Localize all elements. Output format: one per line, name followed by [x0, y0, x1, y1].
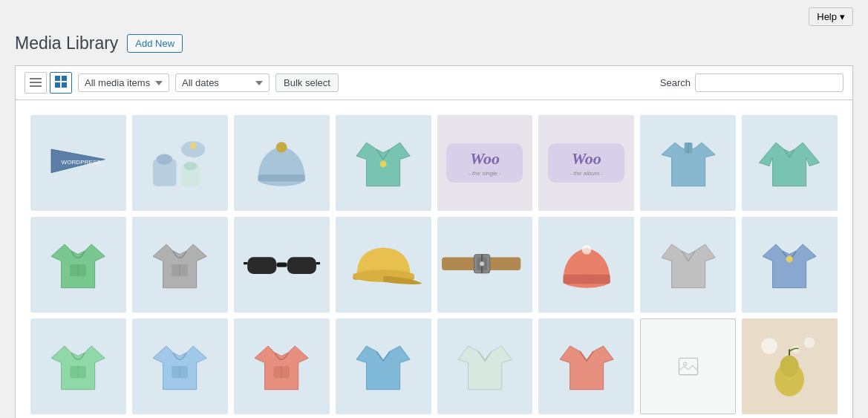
- date-filter[interactable]: All dates January 2024 December 2023: [175, 74, 270, 92]
- svg-point-55: [780, 356, 799, 377]
- media-item[interactable]: [437, 319, 533, 414]
- svg-text:WORDPRESS: WORDPRESS: [62, 159, 102, 166]
- media-item[interactable]: [437, 217, 533, 313]
- search-area: Search: [660, 74, 843, 92]
- svg-rect-0: [30, 78, 42, 79]
- media-item[interactable]: [538, 217, 634, 313]
- svg-rect-28: [276, 262, 287, 267]
- help-button[interactable]: Help ▾: [809, 7, 853, 26]
- svg-rect-27: [287, 257, 316, 274]
- svg-rect-6: [62, 82, 67, 88]
- help-label: Help: [817, 11, 837, 22]
- svg-point-17: [276, 142, 287, 152]
- media-item[interactable]: [538, 319, 634, 414]
- media-grid: WORDPRESS: [30, 115, 838, 414]
- media-item[interactable]: [234, 115, 330, 211]
- svg-rect-3: [55, 76, 60, 81]
- grid-view-button[interactable]: [50, 72, 72, 94]
- svg-point-41: [581, 245, 591, 255]
- media-item-photo[interactable]: [742, 319, 838, 414]
- media-item[interactable]: [336, 319, 431, 414]
- search-input[interactable]: [695, 74, 843, 92]
- media-item[interactable]: [742, 217, 838, 313]
- search-label: Search: [660, 77, 691, 88]
- bulk-select-button[interactable]: Bulk select: [275, 74, 339, 92]
- svg-point-42: [786, 256, 793, 263]
- media-grid-container: WORDPRESS: [15, 99, 853, 418]
- media-item[interactable]: [132, 319, 228, 414]
- svg-point-15: [184, 163, 198, 171]
- media-item-placeholder[interactable]: [640, 319, 736, 414]
- media-item[interactable]: [640, 115, 736, 211]
- svg-rect-2: [30, 85, 42, 87]
- svg-rect-26: [247, 257, 276, 274]
- view-toggle: [25, 72, 72, 94]
- media-type-filter[interactable]: All media items Images Audio Video Docum…: [78, 74, 169, 92]
- svg-point-19: [380, 161, 387, 168]
- media-item[interactable]: [234, 217, 330, 313]
- svg-rect-49: [679, 358, 697, 374]
- media-item[interactable]: [742, 115, 838, 211]
- svg-point-37: [480, 261, 484, 266]
- media-item[interactable]: [336, 115, 431, 211]
- media-item[interactable]: Woo - the album -: [538, 115, 634, 211]
- svg-point-50: [683, 362, 686, 365]
- svg-rect-40: [581, 275, 592, 284]
- media-item[interactable]: Woo - the single -: [437, 115, 533, 211]
- svg-point-13: [157, 154, 173, 165]
- svg-rect-18: [258, 175, 305, 182]
- media-item[interactable]: WORDPRESS: [30, 115, 126, 211]
- media-item[interactable]: [132, 217, 228, 313]
- toolbar: All media items Images Audio Video Docum…: [15, 65, 853, 99]
- media-item[interactable]: [30, 217, 126, 313]
- svg-rect-5: [55, 82, 60, 88]
- media-item[interactable]: [640, 217, 736, 313]
- svg-rect-1: [30, 82, 42, 83]
- svg-point-52: [804, 337, 815, 347]
- chevron-down-icon: ▾: [840, 11, 845, 22]
- svg-point-11: [190, 143, 197, 149]
- list-view-button[interactable]: [25, 72, 47, 94]
- svg-rect-4: [62, 76, 67, 81]
- add-new-button[interactable]: Add New: [127, 34, 183, 53]
- media-item[interactable]: [132, 115, 228, 211]
- media-item[interactable]: [30, 319, 126, 414]
- media-item[interactable]: [234, 319, 330, 414]
- svg-point-51: [762, 338, 778, 354]
- page-title: Media Library: [15, 33, 118, 53]
- media-item[interactable]: [336, 217, 431, 313]
